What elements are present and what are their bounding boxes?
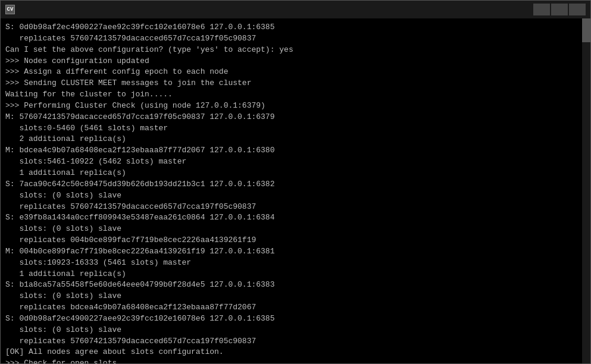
terminal-line: M: bdcea4c9b07a68408eca2f123ebaaa87f77d2… [5,145,586,156]
terminal-area[interactable]: S: 0d0b98af2ec4900227aee92c39fcc102e1607… [1,18,590,363]
terminal-line: replicates bdcea4c9b07a68408eca2f123ebaa… [5,302,586,313]
cmd-icon: CV [5,5,15,14]
terminal-line: Can I set the above configuration? (type… [5,45,586,56]
terminal-line: slots:10923-16333 (5461 slots) master [5,258,586,269]
terminal-line: Waiting for the cluster to join..... [5,89,586,101]
close-button[interactable] [569,4,586,15]
terminal-line: >>> Nodes configuration updated [5,56,586,67]
terminal-line: slots:5461-10922 (5462 slots) master [5,156,586,168]
terminal-line: slots:0-5460 (5461 slots) master [5,123,586,134]
terminal-line: S: b1a8ca57a55458f5e60de64eee04799b0f28d… [5,280,586,291]
terminal-line: S: 0d0b98af2ec4900227aee92c39fcc102e1607… [5,22,586,33]
terminal-line: [OK] All nodes agree about slots configu… [5,347,586,358]
terminal-line: >>> Sending CLUSTER MEET messages to joi… [5,78,586,89]
terminal-line: 2 additional replica(s) [5,134,586,145]
terminal-line: S: 0d0b98af2ec4900227aee92c39fcc102e1607… [5,313,586,325]
cmd-window: CV S: 0d0b98af2ec4900227aee92c39fcc102e1… [0,0,591,364]
terminal-line: slots: (0 slots) slave [5,224,586,235]
terminal-line: S: e39fb8a1434a0ccff809943e53487eaa261c0… [5,212,586,224]
title-bar: CV [1,1,590,18]
scrollbar-thumb[interactable] [582,18,590,42]
terminal-line: replicates 576074213579dacacced657d7cca1… [5,33,586,45]
terminal-line: slots: (0 slots) slave [5,325,586,336]
title-bar-left: CV [5,5,20,14]
terminal-line: S: 7aca90c642c50c89475dd39b626db193dd21b… [5,179,586,190]
window-controls [533,4,586,15]
terminal-line: replicates 576074213579dacacced657d7cca1… [5,202,586,213]
minimize-button[interactable] [533,4,550,15]
terminal-line: replicates 576074213579dacacced657d7cca1… [5,336,586,347]
terminal-line: 1 additional replica(s) [5,269,586,280]
terminal-line: >>> Assign a different config epoch to e… [5,67,586,78]
terminal-line: replicates 004b0ce899fac7f719be8cec2226a… [5,235,586,246]
terminal-line: >>> Performing Cluster Check (using node… [5,101,586,112]
terminal-line: M: 004b0ce899fac7f719be8cec2226aa4139261… [5,246,586,258]
scrollbar[interactable] [582,18,590,363]
terminal-line: slots: (0 slots) slave [5,291,586,302]
terminal-line: >>> Check for open slots... [5,358,586,363]
terminal-line: 1 additional replica(s) [5,168,586,179]
maximize-button[interactable] [551,4,568,15]
terminal-line: M: 576074213579dacacced657d7cca197f05c90… [5,112,586,123]
terminal-line: slots: (0 slots) slave [5,190,586,202]
